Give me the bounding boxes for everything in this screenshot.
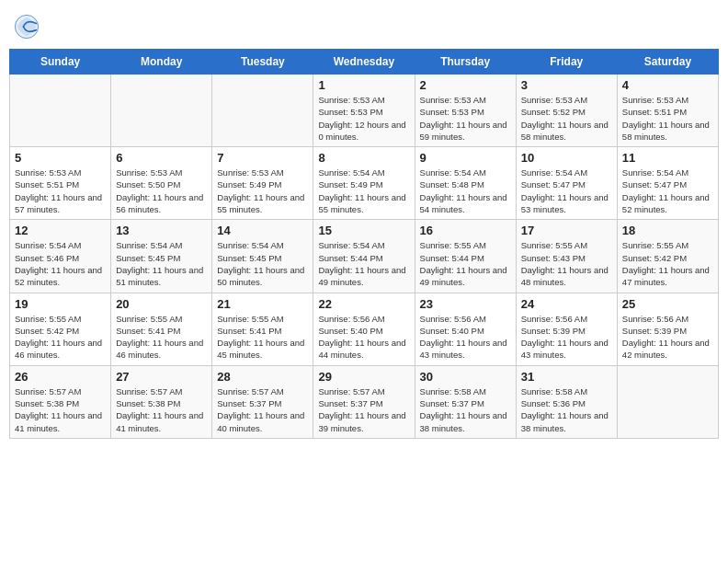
day-info: Sunrise: 5:54 AMSunset: 5:47 PMDaylight:…: [521, 167, 612, 215]
day-number: 18: [622, 224, 713, 237]
day-number: 5: [15, 151, 106, 165]
week-row-2: 5Sunrise: 5:53 AMSunset: 5:51 PMDaylight…: [10, 147, 719, 220]
day-cell: [111, 75, 212, 147]
day-cell: 30Sunrise: 5:58 AMSunset: 5:37 PMDayligh…: [415, 365, 516, 438]
day-info: Sunrise: 5:57 AMSunset: 5:37 PMDaylight:…: [217, 385, 308, 434]
day-info: Sunrise: 5:53 AMSunset: 5:53 PMDaylight:…: [420, 94, 511, 143]
day-info: Sunrise: 5:55 AMSunset: 5:43 PMDaylight:…: [521, 239, 612, 288]
logo-icon: [14, 14, 40, 40]
day-info: Sunrise: 5:57 AMSunset: 5:38 PMDaylight:…: [15, 385, 106, 434]
day-info: Sunrise: 5:57 AMSunset: 5:38 PMDaylight:…: [116, 385, 207, 434]
day-cell: 19Sunrise: 5:55 AMSunset: 5:42 PMDayligh…: [10, 293, 111, 365]
day-info: Sunrise: 5:54 AMSunset: 5:47 PMDaylight:…: [622, 167, 713, 215]
day-number: 13: [116, 224, 207, 237]
day-cell: 6Sunrise: 5:53 AMSunset: 5:50 PMDaylight…: [111, 147, 212, 220]
day-number: 28: [217, 370, 308, 384]
day-info: Sunrise: 5:54 AMSunset: 5:48 PMDaylight:…: [420, 167, 511, 215]
calendar-table: SundayMondayTuesdayWednesdayThursdayFrid…: [9, 49, 719, 439]
day-cell: 25Sunrise: 5:56 AMSunset: 5:39 PMDayligh…: [617, 293, 718, 365]
day-cell: [212, 75, 313, 147]
day-number: 9: [420, 151, 511, 165]
day-cell: 21Sunrise: 5:55 AMSunset: 5:41 PMDayligh…: [212, 293, 313, 365]
day-number: 10: [521, 151, 612, 165]
day-info: Sunrise: 5:55 AMSunset: 5:42 PMDaylight:…: [15, 313, 106, 362]
day-cell: 4Sunrise: 5:53 AMSunset: 5:51 PMDaylight…: [617, 75, 718, 147]
day-cell: 17Sunrise: 5:55 AMSunset: 5:43 PMDayligh…: [516, 220, 617, 293]
day-info: Sunrise: 5:53 AMSunset: 5:53 PMDaylight:…: [318, 94, 409, 143]
weekday-header-thursday: Thursday: [415, 50, 516, 75]
day-info: Sunrise: 5:55 AMSunset: 5:44 PMDaylight:…: [420, 239, 511, 288]
day-cell: 9Sunrise: 5:54 AMSunset: 5:48 PMDaylight…: [415, 147, 516, 220]
day-info: Sunrise: 5:56 AMSunset: 5:40 PMDaylight:…: [318, 313, 409, 362]
day-info: Sunrise: 5:55 AMSunset: 5:42 PMDaylight:…: [622, 239, 713, 288]
day-cell: 3Sunrise: 5:53 AMSunset: 5:52 PMDaylight…: [516, 75, 617, 147]
day-info: Sunrise: 5:53 AMSunset: 5:51 PMDaylight:…: [622, 94, 713, 143]
day-cell: 29Sunrise: 5:57 AMSunset: 5:37 PMDayligh…: [313, 365, 415, 438]
day-info: Sunrise: 5:56 AMSunset: 5:39 PMDaylight:…: [521, 313, 612, 362]
day-number: 24: [521, 297, 612, 311]
day-cell: 14Sunrise: 5:54 AMSunset: 5:45 PMDayligh…: [212, 220, 313, 293]
day-info: Sunrise: 5:53 AMSunset: 5:50 PMDaylight:…: [116, 167, 207, 215]
day-cell: 31Sunrise: 5:58 AMSunset: 5:36 PMDayligh…: [516, 365, 617, 438]
day-info: Sunrise: 5:53 AMSunset: 5:51 PMDaylight:…: [15, 167, 106, 215]
day-info: Sunrise: 5:53 AMSunset: 5:49 PMDaylight:…: [217, 167, 308, 215]
day-cell: [617, 365, 718, 438]
day-cell: 1Sunrise: 5:53 AMSunset: 5:53 PMDaylight…: [313, 75, 415, 147]
weekday-header-wednesday: Wednesday: [313, 50, 415, 75]
weekday-header-friday: Friday: [516, 50, 617, 75]
calendar-page: SundayMondayTuesdayWednesdayThursdayFrid…: [0, 0, 728, 563]
day-number: 25: [622, 297, 713, 311]
week-row-1: 1Sunrise: 5:53 AMSunset: 5:53 PMDaylight…: [10, 75, 719, 147]
weekday-header-tuesday: Tuesday: [212, 50, 313, 75]
day-cell: 11Sunrise: 5:54 AMSunset: 5:47 PMDayligh…: [617, 147, 718, 220]
day-info: Sunrise: 5:55 AMSunset: 5:41 PMDaylight:…: [116, 313, 207, 362]
day-cell: [10, 75, 111, 147]
day-info: Sunrise: 5:54 AMSunset: 5:49 PMDaylight:…: [318, 167, 409, 215]
weekday-header-monday: Monday: [111, 50, 212, 75]
day-info: Sunrise: 5:54 AMSunset: 5:44 PMDaylight:…: [318, 239, 409, 288]
day-cell: 15Sunrise: 5:54 AMSunset: 5:44 PMDayligh…: [313, 220, 415, 293]
day-number: 30: [420, 370, 511, 384]
day-info: Sunrise: 5:54 AMSunset: 5:45 PMDaylight:…: [116, 239, 207, 288]
week-row-3: 12Sunrise: 5:54 AMSunset: 5:46 PMDayligh…: [10, 220, 719, 293]
weekday-header-saturday: Saturday: [617, 50, 718, 75]
header: [9, 9, 719, 40]
day-cell: 13Sunrise: 5:54 AMSunset: 5:45 PMDayligh…: [111, 220, 212, 293]
week-row-5: 26Sunrise: 5:57 AMSunset: 5:38 PMDayligh…: [10, 365, 719, 438]
day-info: Sunrise: 5:54 AMSunset: 5:46 PMDaylight:…: [15, 239, 106, 288]
day-cell: 18Sunrise: 5:55 AMSunset: 5:42 PMDayligh…: [617, 220, 718, 293]
day-number: 31: [521, 370, 612, 384]
day-number: 15: [318, 224, 409, 237]
day-cell: 22Sunrise: 5:56 AMSunset: 5:40 PMDayligh…: [313, 293, 415, 365]
day-cell: 16Sunrise: 5:55 AMSunset: 5:44 PMDayligh…: [415, 220, 516, 293]
day-cell: 28Sunrise: 5:57 AMSunset: 5:37 PMDayligh…: [212, 365, 313, 438]
logo: [14, 14, 41, 40]
day-number: 11: [622, 151, 713, 165]
day-info: Sunrise: 5:54 AMSunset: 5:45 PMDaylight:…: [217, 239, 308, 288]
day-cell: 23Sunrise: 5:56 AMSunset: 5:40 PMDayligh…: [415, 293, 516, 365]
day-number: 4: [622, 78, 713, 92]
day-number: 19: [15, 297, 106, 311]
day-number: 27: [116, 370, 207, 384]
day-number: 26: [15, 370, 106, 384]
day-cell: 2Sunrise: 5:53 AMSunset: 5:53 PMDaylight…: [415, 75, 516, 147]
day-number: 2: [420, 78, 511, 92]
day-number: 3: [521, 78, 612, 92]
day-cell: 27Sunrise: 5:57 AMSunset: 5:38 PMDayligh…: [111, 365, 212, 438]
day-info: Sunrise: 5:57 AMSunset: 5:37 PMDaylight:…: [318, 385, 409, 434]
day-cell: 5Sunrise: 5:53 AMSunset: 5:51 PMDaylight…: [10, 147, 111, 220]
day-info: Sunrise: 5:56 AMSunset: 5:39 PMDaylight:…: [622, 313, 713, 362]
day-number: 23: [420, 297, 511, 311]
day-number: 1: [318, 78, 409, 92]
day-number: 7: [217, 151, 308, 165]
day-number: 12: [15, 224, 106, 237]
day-cell: 26Sunrise: 5:57 AMSunset: 5:38 PMDayligh…: [10, 365, 111, 438]
day-cell: 12Sunrise: 5:54 AMSunset: 5:46 PMDayligh…: [10, 220, 111, 293]
day-number: 16: [420, 224, 511, 237]
day-number: 22: [318, 297, 409, 311]
day-number: 20: [116, 297, 207, 311]
weekday-header-sunday: Sunday: [10, 50, 111, 75]
day-info: Sunrise: 5:58 AMSunset: 5:36 PMDaylight:…: [521, 385, 612, 434]
day-number: 21: [217, 297, 308, 311]
day-cell: 20Sunrise: 5:55 AMSunset: 5:41 PMDayligh…: [111, 293, 212, 365]
